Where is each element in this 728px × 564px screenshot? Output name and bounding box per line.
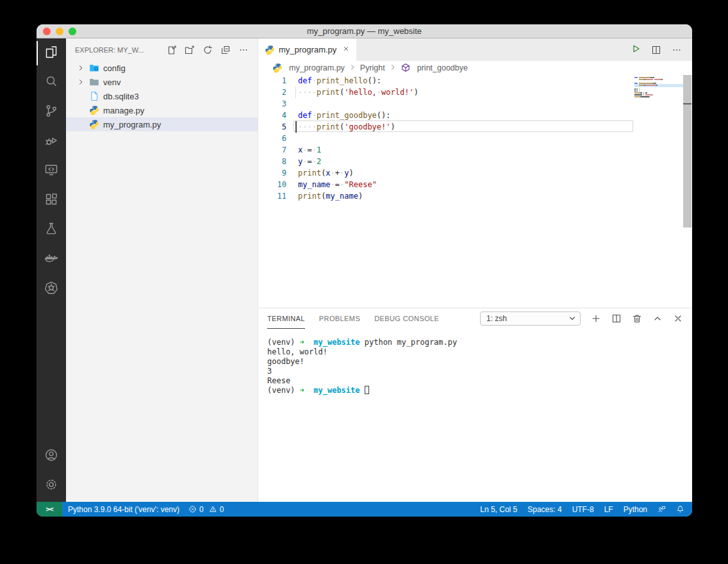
file-item-manage.py[interactable]: manage.py (66, 103, 258, 117)
activity-bar-item-settings[interactable] (37, 471, 66, 501)
python-interpreter-status[interactable]: Python 3.9.0 64-bit ('venv': venv) (68, 505, 179, 514)
window-controls (43, 28, 76, 35)
activity-bar-item-explorer[interactable] (37, 38, 66, 68)
maximize-panel-button[interactable] (652, 313, 663, 324)
status-encoding[interactable]: UTF-8 (572, 505, 594, 514)
activity-bar-item-remote-explorer[interactable] (37, 156, 66, 186)
new-terminal-button[interactable] (591, 313, 601, 324)
settings-icon (44, 477, 59, 495)
editor[interactable]: 1def·print_hello():2····print('hello,·wo… (258, 75, 692, 308)
tab-my-program[interactable]: my_program.py (258, 38, 356, 61)
code-line-3[interactable]: 3 (258, 98, 692, 110)
file-item-config[interactable]: config (66, 61, 258, 75)
breadcrumb-item-Pyright[interactable]: Pyright (360, 63, 385, 72)
terminal[interactable]: (venv) ➜ my_website python my_program.py… (258, 329, 692, 502)
warning-count: 0 (220, 505, 224, 514)
panel-tab-debug-console[interactable]: DEBUG CONSOLE (374, 308, 439, 329)
indent-guide (295, 87, 296, 98)
code-content: x·=·1 (298, 144, 321, 156)
terminal-line-4: 3 (267, 367, 692, 376)
refresh-explorer-button[interactable] (203, 45, 213, 55)
close-window-button[interactable] (43, 28, 51, 35)
chevron-right-icon (76, 78, 89, 87)
line-number: 10 (258, 179, 298, 190)
status-eol[interactable]: LF (604, 505, 613, 514)
error-icon (188, 505, 197, 513)
activity-bar-item-extensions[interactable] (37, 186, 66, 215)
remote-indicator[interactable]: >< (37, 502, 62, 517)
minimap-line (634, 88, 684, 90)
new-file-button[interactable] (167, 45, 177, 55)
activity-bar-item-kubernetes[interactable] (37, 274, 66, 304)
breadcrumb-item-print_goodbye[interactable]: print_goodbye (401, 63, 468, 73)
extensions-icon (44, 192, 59, 210)
line-number: 2 (258, 87, 298, 98)
code-line-8[interactable]: 8y·=·2 (258, 156, 692, 167)
status-indentation[interactable]: Spaces: 4 (527, 505, 561, 514)
explorer-actions (167, 45, 249, 55)
activity-bar-item-account[interactable] (37, 442, 66, 471)
code-line-4[interactable]: 4def·print_goodbye(): (258, 110, 692, 121)
activity-bar (37, 38, 66, 502)
activity-bar-item-source-control[interactable] (37, 97, 66, 127)
editor-scrollbar[interactable] (683, 75, 691, 228)
file-label: manage.py (103, 106, 144, 115)
activity-bar-item-run-debug[interactable] (37, 127, 66, 156)
panel-tab-problems[interactable]: PROBLEMS (319, 308, 360, 329)
problems-status[interactable]: 0 0 (188, 505, 224, 514)
split-editor-button[interactable] (651, 45, 661, 55)
code-content: print(my_name) (298, 190, 363, 202)
feedback-icon[interactable] (658, 505, 666, 513)
close-tab-button[interactable] (342, 45, 350, 54)
file-item-my_program.py[interactable]: my_program.py (66, 117, 258, 131)
file-item-db.sqlite3[interactable]: db.sqlite3 (66, 89, 258, 103)
minimap[interactable] (634, 77, 684, 98)
code-line-9[interactable]: 9print(x·+·y) (258, 167, 692, 179)
activity-bar-item-docker[interactable] (37, 245, 66, 274)
terminal-line-3: goodbye! (267, 357, 692, 367)
status-cursor-position[interactable]: Ln 5, Col 5 (480, 505, 517, 514)
activity-bar-item-testing[interactable] (37, 215, 66, 245)
status-bar: >< Python 3.9.0 64-bit ('venv': venv) 0 … (37, 502, 692, 517)
code-line-7[interactable]: 7x·=·1 (258, 144, 692, 156)
desktop-background: my_program.py — my_website EXPLORER: MY_… (0, 0, 728, 564)
code-line-2[interactable]: 2····print('hello,·world!') (258, 87, 692, 98)
python-icon (272, 63, 283, 73)
explorer-sidebar: EXPLORER: MY_W... configvenvdb.sqlite3ma… (66, 38, 258, 502)
file-item-venv[interactable]: venv (66, 75, 258, 89)
split-terminal-button[interactable] (611, 313, 622, 324)
breadcrumb-item-my_program.py[interactable]: my_program.py (272, 63, 345, 73)
more-actions-button[interactable] (238, 45, 249, 55)
terminal-selector[interactable]: 1: zsh (480, 311, 581, 326)
line-number: 11 (258, 190, 298, 202)
status-right-items: Ln 5, Col 5Spaces: 4UTF-8LFPython (480, 505, 647, 514)
more-actions-button[interactable] (672, 45, 682, 55)
window-title: my_program.py — my_website (307, 26, 422, 36)
zoom-window-button[interactable] (69, 28, 76, 35)
activity-bar-item-search[interactable] (37, 68, 66, 97)
code-content: my_name·=·"Reese" (298, 179, 377, 190)
kill-terminal-button[interactable] (632, 313, 642, 324)
collapse-folders-button[interactable] (220, 45, 231, 55)
editor-actions (631, 38, 692, 61)
minimize-window-button[interactable] (56, 28, 63, 35)
new-folder-button[interactable] (185, 45, 195, 55)
code-line-11[interactable]: 11print(my_name) (258, 190, 692, 202)
terminal-line-2: hello, world! (267, 347, 692, 357)
minimap-line (634, 77, 684, 78)
panel-tab-terminal[interactable]: TERMINAL (267, 308, 305, 329)
breadcrumb-label: print_goodbye (417, 63, 468, 72)
run-button[interactable] (631, 44, 641, 56)
panel-tabs: TERMINALPROBLEMSDEBUG CONSOLE (267, 308, 439, 329)
code-line-5[interactable]: 5····print('goodbye!') (258, 121, 692, 133)
file-icon (89, 91, 99, 101)
status-language-mode[interactable]: Python (624, 505, 647, 514)
close-panel-button[interactable] (673, 313, 683, 324)
notifications-bell-icon[interactable] (676, 505, 684, 513)
editor-code: 1def·print_hello():2····print('hello,·wo… (258, 75, 692, 202)
search-icon (44, 74, 59, 92)
code-line-10[interactable]: 10my_name·=·"Reese" (258, 179, 692, 190)
editor-group: my_program.py my_program.pyPyrightprint_… (258, 38, 692, 502)
code-line-6[interactable]: 6 (258, 133, 692, 144)
code-line-1[interactable]: 1def·print_hello(): (258, 75, 692, 87)
